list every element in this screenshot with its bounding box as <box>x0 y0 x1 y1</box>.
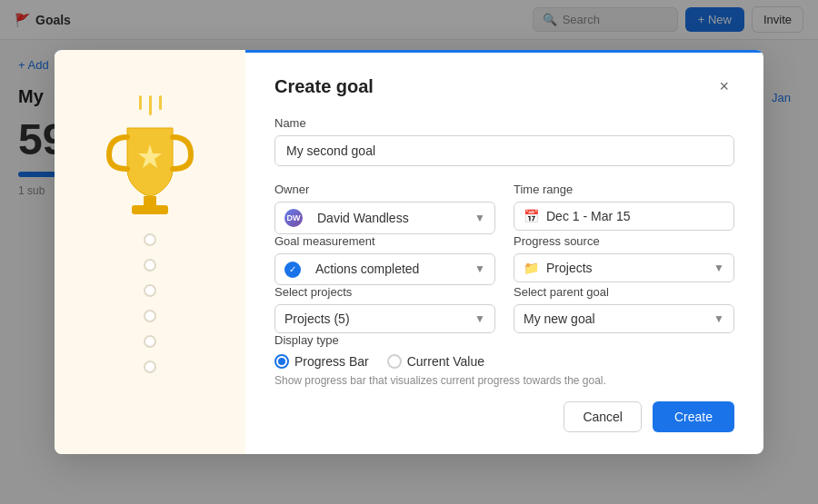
select-parent-dropdown[interactable]: My new goal ▼ <box>514 304 734 333</box>
radio-current-value[interactable]: Current Value <box>387 354 484 369</box>
modal-overlay: Create goal × Name Owner DW David Wandle… <box>0 0 818 504</box>
dots-trail <box>144 233 156 373</box>
trophy-icon <box>105 119 195 219</box>
ray-right <box>159 95 162 110</box>
owner-chevron-icon: ▼ <box>474 212 485 224</box>
projects-parent-row: Select projects Projects (5) ▼ Select pa… <box>274 285 734 333</box>
modal-header: Create goal × <box>274 75 734 98</box>
owner-label: Owner <box>274 183 495 196</box>
create-button[interactable]: Create <box>653 401 734 432</box>
display-type-section: Display type Progress Bar Current Value … <box>274 333 734 387</box>
dot-6 <box>144 361 156 373</box>
owner-col: Owner DW David Wandless ▼ <box>274 183 495 234</box>
progress-source-label: Progress source <box>514 234 734 248</box>
dot-2 <box>144 259 156 272</box>
ray-center <box>149 95 152 115</box>
radio-circle-current <box>387 354 402 369</box>
display-type-hint: Show progress bar that visualizes curren… <box>274 374 734 387</box>
select-projects-dropdown[interactable]: Projects (5) ▼ <box>274 304 495 333</box>
parent-chevron-icon: ▼ <box>713 312 724 325</box>
checkmark-icon: ✓ <box>284 261 308 278</box>
modal-left-panel <box>55 50 245 454</box>
svg-rect-1 <box>144 196 156 205</box>
radio-progress-bar[interactable]: Progress Bar <box>274 354 369 369</box>
measurement-source-row: Goal measurement ✓ Actions completed ▼ P… <box>274 234 734 285</box>
goal-measurement-dropdown[interactable]: ✓ Actions completed ▼ <box>274 253 495 285</box>
source-chevron-icon: ▼ <box>713 262 724 274</box>
time-range-label: Time range <box>514 183 734 196</box>
radio-label-progress: Progress Bar <box>294 354 369 369</box>
owner-dropdown[interactable]: DW David Wandless ▼ <box>274 202 495 234</box>
owner-value: David Wandless <box>317 211 469 225</box>
radio-label-current: Current Value <box>407 354 484 369</box>
measurement-chevron-icon: ▼ <box>474 262 485 275</box>
select-parent-label: Select parent goal <box>514 285 734 299</box>
trophy-rays <box>139 95 162 115</box>
dot-3 <box>144 284 156 297</box>
goal-measurement-value: Actions completed <box>315 262 469 276</box>
svg-rect-2 <box>132 205 168 214</box>
radio-circle-progress <box>274 354 289 369</box>
dot-5 <box>144 335 156 348</box>
cancel-button[interactable]: Cancel <box>564 401 642 432</box>
dot-4 <box>144 310 156 322</box>
modal-title: Create goal <box>274 76 374 97</box>
progress-source-col: Progress source 📁 Projects ▼ <box>514 234 734 285</box>
select-projects-value: Projects (5) <box>284 311 469 326</box>
radio-group: Progress Bar Current Value <box>274 354 734 369</box>
name-input[interactable] <box>274 135 734 166</box>
projects-chevron-icon: ▼ <box>474 312 485 325</box>
select-parent-value: My new goal <box>524 311 708 326</box>
close-button[interactable]: × <box>713 75 734 98</box>
display-type-label: Display type <box>274 333 734 347</box>
time-range-input[interactable]: 📅 Dec 1 - Mar 15 <box>514 202 734 231</box>
select-projects-label: Select projects <box>274 285 495 299</box>
dot-1 <box>144 233 156 246</box>
trophy-container <box>105 95 195 219</box>
calendar-icon: 📅 <box>524 209 539 223</box>
folder-icon: 📁 <box>524 261 539 275</box>
name-field-group: Name <box>274 116 734 166</box>
select-projects-col: Select projects Projects (5) ▼ <box>274 285 495 333</box>
goal-measurement-col: Goal measurement ✓ Actions completed ▼ <box>274 234 495 285</box>
select-parent-col: Select parent goal My new goal ▼ <box>514 285 734 333</box>
modal-right-panel: Create goal × Name Owner DW David Wandle… <box>245 50 763 454</box>
time-range-value: Dec 1 - Mar 15 <box>546 209 724 223</box>
time-range-col: Time range 📅 Dec 1 - Mar 15 <box>514 183 734 234</box>
progress-source-dropdown[interactable]: 📁 Projects ▼ <box>514 253 734 282</box>
create-goal-modal: Create goal × Name Owner DW David Wandle… <box>55 50 763 454</box>
name-label: Name <box>274 116 734 130</box>
avatar-icon: DW <box>284 209 310 227</box>
owner-timerange-row: Owner DW David Wandless ▼ Time range 📅 D… <box>274 183 734 234</box>
ray-left <box>139 95 142 110</box>
goal-measurement-label: Goal measurement <box>274 234 495 248</box>
avatar-initials: DW <box>284 209 303 227</box>
progress-source-value: Projects <box>546 261 708 275</box>
modal-footer: Cancel Create <box>274 401 734 432</box>
